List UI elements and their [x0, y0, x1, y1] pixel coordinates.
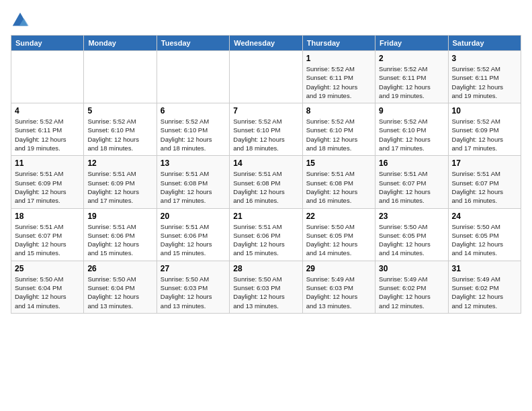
calendar-cell: 17Sunrise: 5:51 AMSunset: 6:07 PMDayligh…	[448, 156, 521, 208]
day-info: Sunrise: 5:52 AMSunset: 6:11 PMDaylight:…	[15, 117, 80, 152]
day-info: Sunrise: 5:52 AMSunset: 6:10 PMDaylight:…	[161, 117, 226, 152]
calendar-cell: 12Sunrise: 5:51 AMSunset: 6:09 PMDayligh…	[84, 156, 157, 208]
calendar-cell: 14Sunrise: 5:51 AMSunset: 6:08 PMDayligh…	[230, 156, 302, 208]
day-info: Sunrise: 5:50 AMSunset: 6:05 PMDaylight:…	[306, 222, 371, 258]
calendar-cell: 21Sunrise: 5:51 AMSunset: 6:06 PMDayligh…	[230, 208, 302, 261]
calendar-cell: 22Sunrise: 5:50 AMSunset: 6:05 PMDayligh…	[302, 208, 375, 261]
day-number: 28	[233, 264, 298, 273]
day-number: 18	[15, 212, 80, 221]
logo	[11, 11, 32, 30]
day-info: Sunrise: 5:52 AMSunset: 6:09 PMDaylight:…	[452, 117, 517, 152]
calendar-cell: 29Sunrise: 5:49 AMSunset: 6:03 PMDayligh…	[302, 261, 375, 313]
day-number: 20	[161, 212, 226, 221]
day-info: Sunrise: 5:52 AMSunset: 6:10 PMDaylight:…	[87, 117, 152, 152]
day-number: 19	[87, 212, 152, 221]
calendar-cell: 15Sunrise: 5:51 AMSunset: 6:08 PMDayligh…	[302, 156, 375, 208]
calendar-cell: 2Sunrise: 5:52 AMSunset: 6:11 PMDaylight…	[375, 51, 448, 103]
day-number: 6	[161, 106, 226, 116]
calendar-week-row: 1Sunrise: 5:52 AMSunset: 6:11 PMDaylight…	[11, 51, 521, 103]
day-info: Sunrise: 5:51 AMSunset: 6:07 PMDaylight:…	[15, 222, 80, 258]
day-number: 9	[379, 106, 444, 116]
day-number: 27	[161, 264, 226, 273]
logo-icon	[11, 11, 30, 30]
day-info: Sunrise: 5:51 AMSunset: 6:07 PMDaylight:…	[452, 169, 517, 205]
calendar-week-row: 4Sunrise: 5:52 AMSunset: 6:11 PMDaylight…	[11, 103, 521, 156]
day-number: 21	[233, 212, 298, 221]
day-info: Sunrise: 5:52 AMSunset: 6:10 PMDaylight:…	[233, 117, 298, 152]
day-info: Sunrise: 5:52 AMSunset: 6:10 PMDaylight:…	[379, 117, 444, 152]
day-info: Sunrise: 5:51 AMSunset: 6:09 PMDaylight:…	[15, 169, 80, 205]
calendar-cell: 26Sunrise: 5:50 AMSunset: 6:04 PMDayligh…	[84, 261, 157, 313]
calendar-cell: 30Sunrise: 5:49 AMSunset: 6:02 PMDayligh…	[375, 261, 448, 313]
calendar-cell: 7Sunrise: 5:52 AMSunset: 6:10 PMDaylight…	[230, 103, 302, 156]
calendar-cell: 11Sunrise: 5:51 AMSunset: 6:09 PMDayligh…	[11, 156, 84, 208]
day-number: 15	[306, 158, 371, 168]
calendar-week-row: 25Sunrise: 5:50 AMSunset: 6:04 PMDayligh…	[11, 261, 521, 313]
day-number: 3	[452, 54, 517, 63]
calendar-cell	[11, 51, 84, 103]
calendar-cell: 19Sunrise: 5:51 AMSunset: 6:06 PMDayligh…	[84, 208, 157, 261]
day-number: 11	[15, 158, 80, 168]
calendar-cell: 5Sunrise: 5:52 AMSunset: 6:10 PMDaylight…	[84, 103, 157, 156]
calendar-header-row: SundayMondayTuesdayWednesdayThursdayFrid…	[11, 36, 521, 51]
day-header-wednesday: Wednesday	[230, 36, 302, 51]
calendar-cell: 23Sunrise: 5:50 AMSunset: 6:05 PMDayligh…	[375, 208, 448, 261]
calendar-cell: 25Sunrise: 5:50 AMSunset: 6:04 PMDayligh…	[11, 261, 84, 313]
calendar-cell: 13Sunrise: 5:51 AMSunset: 6:08 PMDayligh…	[157, 156, 229, 208]
day-info: Sunrise: 5:52 AMSunset: 6:10 PMDaylight:…	[306, 117, 371, 152]
day-info: Sunrise: 5:50 AMSunset: 6:05 PMDaylight:…	[452, 222, 517, 258]
calendar-cell: 20Sunrise: 5:51 AMSunset: 6:06 PMDayligh…	[157, 208, 229, 261]
calendar-cell: 16Sunrise: 5:51 AMSunset: 6:07 PMDayligh…	[375, 156, 448, 208]
calendar-cell: 31Sunrise: 5:49 AMSunset: 6:02 PMDayligh…	[448, 261, 521, 313]
day-info: Sunrise: 5:50 AMSunset: 6:04 PMDaylight:…	[15, 275, 80, 310]
day-number: 17	[452, 158, 517, 168]
day-number: 24	[452, 212, 517, 221]
day-number: 8	[306, 106, 371, 116]
day-number: 31	[452, 264, 517, 273]
day-number: 22	[306, 212, 371, 221]
day-info: Sunrise: 5:51 AMSunset: 6:06 PMDaylight:…	[87, 222, 152, 258]
day-info: Sunrise: 5:50 AMSunset: 6:04 PMDaylight:…	[87, 275, 152, 310]
day-header-saturday: Saturday	[448, 36, 521, 51]
day-info: Sunrise: 5:51 AMSunset: 6:06 PMDaylight:…	[233, 222, 298, 258]
day-header-friday: Friday	[375, 36, 448, 51]
calendar-cell	[157, 51, 229, 103]
day-info: Sunrise: 5:51 AMSunset: 6:06 PMDaylight:…	[161, 222, 226, 258]
calendar-cell: 10Sunrise: 5:52 AMSunset: 6:09 PMDayligh…	[448, 103, 521, 156]
day-info: Sunrise: 5:49 AMSunset: 6:03 PMDaylight:…	[306, 275, 371, 310]
day-info: Sunrise: 5:50 AMSunset: 6:05 PMDaylight:…	[379, 222, 444, 258]
calendar-table: SundayMondayTuesdayWednesdayThursdayFrid…	[11, 35, 521, 314]
day-header-tuesday: Tuesday	[157, 36, 229, 51]
calendar-cell: 4Sunrise: 5:52 AMSunset: 6:11 PMDaylight…	[11, 103, 84, 156]
calendar-cell: 3Sunrise: 5:52 AMSunset: 6:11 PMDaylight…	[448, 51, 521, 103]
calendar-cell	[230, 51, 302, 103]
day-header-monday: Monday	[84, 36, 157, 51]
day-number: 1	[306, 54, 371, 63]
calendar-cell: 8Sunrise: 5:52 AMSunset: 6:10 PMDaylight…	[302, 103, 375, 156]
day-number: 29	[306, 264, 371, 273]
day-number: 30	[379, 264, 444, 273]
day-number: 4	[15, 106, 80, 116]
day-info: Sunrise: 5:52 AMSunset: 6:11 PMDaylight:…	[306, 64, 371, 100]
day-number: 13	[161, 158, 226, 168]
day-info: Sunrise: 5:51 AMSunset: 6:08 PMDaylight:…	[306, 169, 371, 205]
day-info: Sunrise: 5:51 AMSunset: 6:09 PMDaylight:…	[87, 169, 152, 205]
day-number: 7	[233, 106, 298, 116]
day-info: Sunrise: 5:49 AMSunset: 6:02 PMDaylight:…	[379, 275, 444, 310]
day-number: 16	[379, 158, 444, 168]
calendar-cell: 24Sunrise: 5:50 AMSunset: 6:05 PMDayligh…	[448, 208, 521, 261]
day-number: 2	[379, 54, 444, 63]
calendar-cell: 9Sunrise: 5:52 AMSunset: 6:10 PMDaylight…	[375, 103, 448, 156]
day-info: Sunrise: 5:51 AMSunset: 6:08 PMDaylight:…	[233, 169, 298, 205]
day-info: Sunrise: 5:52 AMSunset: 6:11 PMDaylight:…	[452, 64, 517, 100]
calendar-week-row: 18Sunrise: 5:51 AMSunset: 6:07 PMDayligh…	[11, 208, 521, 261]
day-info: Sunrise: 5:51 AMSunset: 6:07 PMDaylight:…	[379, 169, 444, 205]
day-info: Sunrise: 5:51 AMSunset: 6:08 PMDaylight:…	[161, 169, 226, 205]
calendar-cell: 18Sunrise: 5:51 AMSunset: 6:07 PMDayligh…	[11, 208, 84, 261]
calendar-week-row: 11Sunrise: 5:51 AMSunset: 6:09 PMDayligh…	[11, 156, 521, 208]
day-number: 23	[379, 212, 444, 221]
day-header-sunday: Sunday	[11, 36, 84, 51]
day-info: Sunrise: 5:50 AMSunset: 6:03 PMDaylight:…	[233, 275, 298, 310]
day-info: Sunrise: 5:49 AMSunset: 6:02 PMDaylight:…	[452, 275, 517, 310]
page-header	[11, 11, 521, 30]
